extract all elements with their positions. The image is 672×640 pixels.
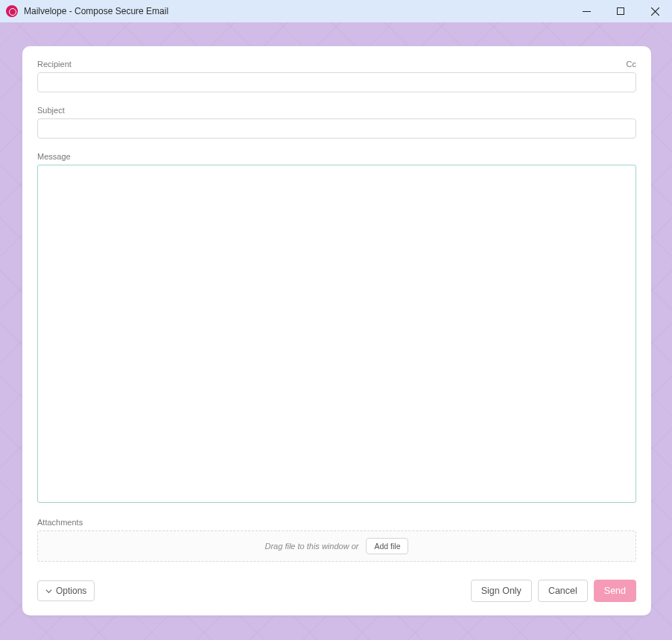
window-controls	[569, 0, 672, 22]
subject-label: Subject	[37, 106, 636, 115]
add-file-button[interactable]: Add file	[366, 538, 408, 554]
close-button[interactable]	[638, 0, 672, 22]
options-button[interactable]: Options	[37, 580, 95, 601]
sign-only-button[interactable]: Sign Only	[471, 580, 532, 602]
svg-rect-1	[617, 7, 624, 14]
chevron-down-icon	[45, 588, 52, 595]
window-title: Mailvelope - Compose Secure Email	[24, 6, 168, 16]
recipient-row: Recipient Cc	[37, 60, 636, 92]
minimize-icon	[583, 7, 591, 16]
minimize-button[interactable]	[569, 0, 603, 22]
maximize-button[interactable]	[603, 0, 638, 22]
recipient-label: Recipient	[37, 60, 636, 69]
window-titlebar: Mailvelope - Compose Secure Email	[0, 0, 672, 22]
compose-card: Recipient Cc Subject Message Attachments…	[22, 46, 651, 615]
message-row: Message	[37, 152, 636, 506]
message-label: Message	[37, 152, 636, 161]
send-button[interactable]: Send	[594, 580, 636, 602]
compose-footer: Options Sign Only Cancel Send	[37, 580, 636, 602]
dropzone-text: Drag file to this window or	[265, 542, 359, 551]
cc-toggle[interactable]: Cc	[627, 60, 636, 69]
close-icon	[651, 7, 659, 16]
options-label: Options	[56, 586, 86, 596]
maximize-icon	[617, 7, 625, 16]
attachments-label: Attachments	[37, 518, 636, 527]
footer-actions: Sign Only Cancel Send	[471, 580, 636, 602]
recipient-input[interactable]	[37, 72, 636, 92]
subject-row: Subject	[37, 106, 636, 139]
message-textarea[interactable]	[37, 165, 636, 503]
subject-input[interactable]	[37, 118, 636, 139]
attachments-row: Attachments Drag file to this window or …	[37, 518, 636, 562]
cancel-button[interactable]: Cancel	[538, 580, 588, 602]
app-logo-icon	[6, 5, 18, 17]
attachments-dropzone[interactable]: Drag file to this window or Add file	[37, 530, 636, 562]
